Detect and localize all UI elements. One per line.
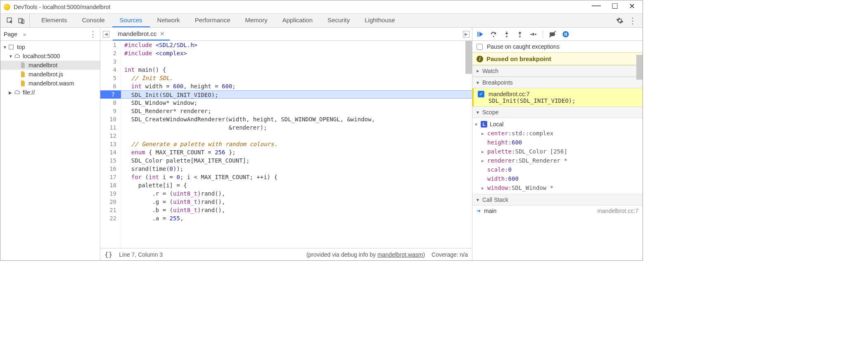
scope-var[interactable]: width: 600 <box>472 174 643 183</box>
tab-security[interactable]: Security <box>320 14 357 27</box>
sources-sidebar: Page » ⋮ ▼ top ▼ localhost:5000 mandelbr… <box>0 28 100 260</box>
frame-icon <box>8 44 14 50</box>
scope-var[interactable]: height: 600 <box>472 138 643 147</box>
step-into-icon[interactable] <box>503 31 510 38</box>
editor-tabbar: ◀ mandelbrot.cc ✕ ▶ <box>100 28 472 41</box>
file-icon <box>19 71 26 78</box>
svg-point-5 <box>493 35 494 37</box>
pause-on-caught-row[interactable]: Pause on caught exceptions <box>472 41 643 52</box>
maximize-button[interactable]: ☐ <box>612 2 618 12</box>
close-tab-icon[interactable]: ✕ <box>160 31 165 37</box>
page-tab-label[interactable]: Page <box>4 31 23 38</box>
editor-statusbar: {} Line 7, Column 3 (provided via debug … <box>100 248 472 260</box>
svg-point-7 <box>519 35 521 37</box>
devtools-icon <box>4 4 10 10</box>
svg-point-6 <box>506 35 508 37</box>
device-toggle-icon[interactable] <box>18 17 25 24</box>
scope-body: ▼ L Local ▶center: std::complexheight: 6… <box>472 118 643 194</box>
pause-caught-checkbox[interactable] <box>477 44 483 50</box>
tab-application[interactable]: Application <box>275 14 320 27</box>
tree-file-mandelbrot-js[interactable]: mandelbrot.js <box>0 70 100 79</box>
svg-rect-1 <box>19 18 22 23</box>
window-titlebar: DevTools - localhost:5000/mandelbrot — ☐… <box>0 0 643 14</box>
tab-sources[interactable]: Sources <box>112 14 150 27</box>
scope-var[interactable]: ▶center: std::complex <box>472 129 643 138</box>
cursor-position: Line 7, Column 3 <box>119 251 163 258</box>
coverage-info: Coverage: n/a <box>432 251 468 258</box>
toggle-debugger-icon[interactable]: ▶ <box>463 31 470 38</box>
scope-var[interactable]: ▶renderer: SDL_Renderer * <box>472 156 643 165</box>
minimize-button[interactable]: — <box>592 0 601 11</box>
more-menu-icon[interactable]: ⋮ <box>628 16 637 26</box>
scope-var[interactable]: scale: 0 <box>472 165 643 174</box>
inspect-icon[interactable] <box>6 17 14 24</box>
section-scope[interactable]: ▼Scope <box>472 106 643 118</box>
pretty-print-icon[interactable]: {} <box>104 250 112 258</box>
sidebar-header: Page » ⋮ <box>0 28 100 41</box>
sidebar-more-icon[interactable]: ⋮ <box>89 30 97 39</box>
svg-rect-11 <box>564 33 565 36</box>
debug-info-source: (provided via debug info by mandelbrot.w… <box>306 251 425 258</box>
resume-icon[interactable] <box>477 31 484 38</box>
callstack-frame[interactable]: ➔ main mandelbrot.cc:7 <box>472 206 643 216</box>
debugger-panel: Pause on caught exceptions i Paused on b… <box>472 28 643 260</box>
info-icon: i <box>477 56 483 62</box>
section-callstack[interactable]: ▼Call Stack <box>472 194 643 206</box>
local-icon: L <box>481 121 487 128</box>
tab-elements[interactable]: Elements <box>34 14 75 27</box>
settings-icon[interactable] <box>616 17 624 24</box>
file-tree: ▼ top ▼ localhost:5000 mandelbrot mandel… <box>0 41 100 260</box>
step-out-icon[interactable] <box>516 31 524 38</box>
scope-var[interactable]: ▶window: SDL_Window * <box>472 183 643 192</box>
tab-memory[interactable]: Memory <box>238 14 275 27</box>
breakpoint-location: mandelbrot.cc:7 <box>489 91 530 97</box>
svg-point-10 <box>563 31 569 37</box>
panel-scrollbar-thumb[interactable] <box>636 55 643 80</box>
editor-pane: ◀ mandelbrot.cc ✕ ▶ 12345678910111213141… <box>100 28 472 260</box>
debug-toolbar <box>472 28 643 41</box>
tab-lighthouse[interactable]: Lighthouse <box>357 14 402 27</box>
devtools-tabsbar: Elements Console Sources Network Perform… <box>0 14 643 28</box>
breakpoint-checkbox[interactable]: ✓ <box>478 91 484 97</box>
editor-tab-mandelbrot-cc[interactable]: mandelbrot.cc ✕ <box>113 28 170 40</box>
debug-info-link[interactable]: mandelbrot.wasm <box>377 251 423 258</box>
svg-point-8 <box>535 33 536 35</box>
paused-banner: i Paused on breakpoint <box>472 52 643 65</box>
tab-network[interactable]: Network <box>150 14 187 27</box>
tree-host[interactable]: ▼ localhost:5000 <box>0 52 100 61</box>
tree-file-scheme[interactable]: ▶ file:// <box>0 88 100 97</box>
code-editor[interactable]: 12345678910111213141516171819202122 #inc… <box>100 41 472 248</box>
svg-rect-12 <box>566 33 567 36</box>
section-watch[interactable]: ▼Watch <box>472 65 643 77</box>
scope-local-header[interactable]: ▼ L Local <box>472 120 643 129</box>
deactivate-breakpoints-icon[interactable] <box>549 31 556 38</box>
code-content[interactable]: #include <SDL2/SDL.h>#include <complex>i… <box>121 41 472 248</box>
cloud-icon <box>14 53 20 59</box>
svg-rect-3 <box>9 45 14 50</box>
tree-top[interactable]: ▼ top <box>0 43 100 52</box>
file-icon <box>19 62 26 69</box>
window-title: DevTools - localhost:5000/mandelbrot <box>14 4 592 10</box>
svg-rect-4 <box>477 32 478 37</box>
tree-file-mandelbrot-wasm[interactable]: mandelbrot.wasm <box>0 79 100 88</box>
window-controls: — ☐ ✕ <box>592 2 635 12</box>
scrollbar-thumb[interactable] <box>465 41 472 74</box>
step-over-icon[interactable] <box>490 31 497 38</box>
step-icon[interactable] <box>529 31 537 38</box>
more-tabs-icon[interactable]: » <box>23 31 26 38</box>
cloud-icon <box>14 89 20 96</box>
breakpoint-item[interactable]: ✓ mandelbrot.cc:7 SDL_Init(SDL_INIT_VIDE… <box>472 88 643 106</box>
file-icon <box>19 80 26 87</box>
breakpoint-snippet: SDL_Init(SDL_INIT_VIDEO); <box>478 97 638 104</box>
tree-file-mandelbrot[interactable]: mandelbrot <box>0 61 100 70</box>
toggle-navigator-icon[interactable]: ◀ <box>103 31 109 38</box>
line-gutter[interactable]: 12345678910111213141516171819202122 <box>100 41 121 248</box>
active-frame-icon: ➔ <box>477 208 481 214</box>
scope-var[interactable]: ▶palette: SDL_Color [256] <box>472 147 643 156</box>
tab-console[interactable]: Console <box>75 14 112 27</box>
close-button[interactable]: ✕ <box>629 2 635 12</box>
section-breakpoints[interactable]: ▼Breakpoints <box>472 77 643 88</box>
tab-performance[interactable]: Performance <box>187 14 238 27</box>
pause-exceptions-icon[interactable] <box>562 31 569 38</box>
